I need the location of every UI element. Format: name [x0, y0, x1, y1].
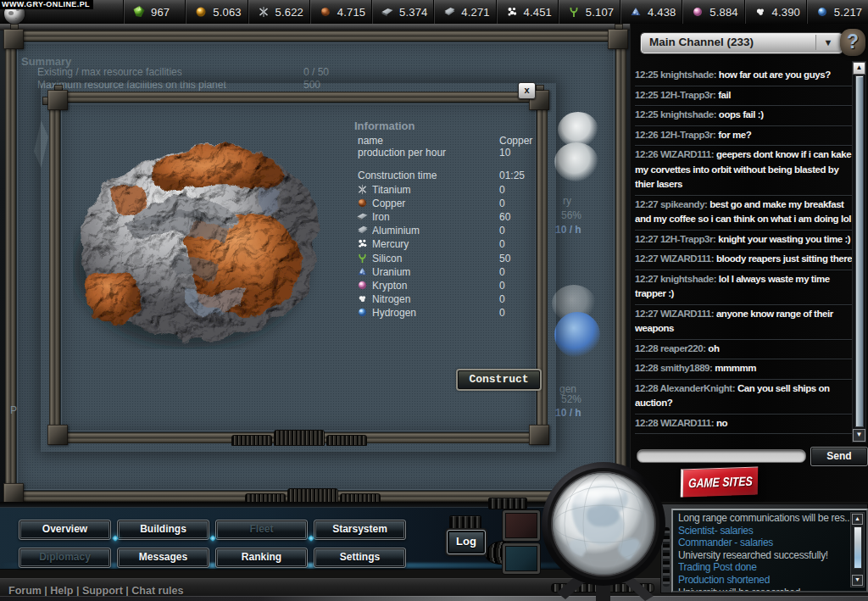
resource-name: Iron [372, 211, 390, 223]
resource-bar: 9675.0635.6224.7155.3744.2714.4515.1074.… [0, 0, 868, 25]
news-item: University will be researched [678, 587, 851, 593]
resource-cost: 0 [499, 184, 505, 196]
hydrogen-icon [357, 306, 368, 317]
resource-cost: 0 [499, 293, 505, 305]
chat-message-text: oops fail :) [719, 109, 764, 120]
nav-button-fleet: Fleet [215, 520, 308, 540]
copper-icon [357, 197, 368, 208]
chat-message-meta: 12:28 WIZARD111: [635, 418, 716, 428]
main-frame-right [615, 31, 626, 502]
vent-greeble [449, 515, 481, 529]
watermark: WWW.GRY-ONLINE.PL [0, 0, 93, 9]
titanium-icon [258, 6, 270, 18]
chat-scroll-up-icon[interactable]: ▲ [853, 62, 865, 75]
resource-value: 4.271 [461, 6, 490, 19]
game-screen: 9675.0635.6224.7155.3744.2714.4515.1074.… [0, 0, 868, 601]
chat-message-text: mmmmm [715, 363, 756, 373]
chat-message-meta: 12:27 knightshade: [635, 274, 719, 284]
resource-value: 5.374 [399, 6, 428, 19]
uranium-icon [630, 6, 642, 18]
nav-button-buildings[interactable]: Buildings [117, 520, 209, 540]
rib-segment [326, 435, 367, 446]
chat-scroll-down-icon[interactable]: ▼ [853, 429, 865, 442]
log-button[interactable]: Log [447, 530, 486, 554]
page-fragment-label: ry [563, 195, 571, 207]
nitrogen-icon [754, 6, 766, 18]
chat-scroll-thumb[interactable] [855, 75, 864, 427]
chat-message: 12:25 knightshade: oops fail :) [635, 106, 853, 126]
silicon-icon [568, 6, 580, 18]
dialog-frame-left [49, 92, 60, 443]
chat-message: 12:27 spikeandy: best go and make my bre… [635, 196, 853, 231]
chat-message: 12:27 WIZARD111: bloody reapers just sit… [635, 250, 853, 270]
chat-help-button[interactable]: ? [840, 29, 865, 56]
nav-button-overview[interactable]: Overview [19, 520, 111, 540]
rib-segment [274, 430, 325, 446]
info-label: production per hour [358, 147, 446, 159]
chat-message-text: oh [708, 343, 719, 353]
chat-message-meta: 12:27 WIZARD111: [635, 309, 716, 319]
news-link[interactable]: Trading Post done [678, 561, 851, 574]
footer-link-support[interactable]: Support [82, 585, 123, 597]
chevron-down-icon: ▼ [815, 35, 840, 50]
news-scrollbar[interactable]: ▲ ▼ [850, 512, 865, 587]
chat-message-text: for me? [718, 130, 751, 140]
globe [537, 459, 670, 601]
resource-name: Titanium [372, 184, 411, 196]
rib-segment [231, 435, 272, 446]
frame-peg [615, 24, 623, 30]
nav-button-ranking[interactable]: Ranking [215, 548, 308, 568]
news-scroll-thumb[interactable] [854, 526, 862, 569]
resource-value: 4.715 [337, 6, 366, 19]
chat-message: 12:27 12H-Trapp3r: knight your wasting y… [635, 231, 853, 251]
resource-value: 5.063 [213, 6, 242, 19]
chat-message: 12:27 WIZARD111: anyone know range of th… [635, 305, 853, 340]
news-link[interactable]: Scientist- salaries [678, 525, 851, 537]
news-item: University researched successfully! [678, 549, 851, 562]
news-ticker: Long range communications will be res..S… [671, 509, 868, 593]
credits-orb-icon [195, 6, 207, 18]
chat-message-meta: 12:27 12H-Trapp3r: [635, 234, 718, 244]
chat-message-meta: 12:28 reaper220: [635, 343, 708, 353]
nav-button-settings[interactable]: Settings [314, 548, 406, 568]
resource-cell: 4.451 [496, 0, 558, 24]
chat-message-meta: 12:25 knightshade: [635, 70, 719, 80]
main-frame-left [5, 31, 16, 502]
resource-cost: 0 [499, 266, 505, 278]
resource-cell: 4.715 [309, 0, 371, 24]
chat-message: 12:26 12H-Trapp3r: for me? [635, 126, 853, 147]
chat-scrollbar[interactable]: ▲ ▼ [852, 61, 866, 442]
news-link[interactable]: Production shortened [678, 574, 851, 587]
game-sites-badge[interactable]: GAME SITES [681, 466, 759, 497]
send-button[interactable]: Send [811, 448, 867, 465]
news-scroll-down-icon[interactable]: ▼ [852, 575, 863, 586]
mercury-icon [506, 6, 518, 18]
chat-message: 12:25 12H-Trapp3r: fail [635, 86, 853, 107]
info-label: name [358, 135, 383, 147]
footer-link-help[interactable]: Help [50, 585, 73, 597]
nitrogen-icon [357, 292, 368, 303]
summary-row-value: 0 / 50 [303, 66, 329, 78]
news-scroll-up-icon[interactable]: ▲ [852, 514, 863, 525]
chat-message: 12:28 smithy1889: mmmmm [635, 359, 853, 380]
nav-button-messages[interactable]: Messages [117, 548, 209, 568]
hydrogen-icon [816, 6, 828, 18]
chat-panel: Main Channel (233) ▼ ? 12:25 knightshade… [630, 24, 868, 506]
main-corner-tl [3, 29, 24, 49]
resource-cell: 5.622 [248, 0, 309, 24]
page-fragment-p: P [10, 404, 17, 416]
construct-button[interactable]: Construct [458, 370, 540, 389]
page-fragment-percent: 52% [561, 393, 581, 405]
channel-select[interactable]: Main Channel (233) ▼ [641, 33, 843, 53]
dialog-title: Information [354, 120, 415, 132]
frame-peg [54, 85, 63, 91]
footer-link-forum[interactable]: Forum [8, 585, 42, 597]
news-lines: Long range communications will be res..S… [678, 512, 851, 593]
footer-link-chat-rules[interactable]: Chat rules [131, 585, 183, 597]
nav-button-starsystem[interactable]: Starsystem [314, 520, 406, 540]
news-link[interactable]: Commander - salaries [678, 537, 851, 549]
dialog-close-button[interactable]: x [518, 82, 536, 99]
resource-name: Aluminium [372, 225, 420, 237]
resource-cell: 4.390 [744, 0, 806, 24]
chat-message-list: 12:25 knightshade: how far out are you g… [635, 66, 853, 434]
